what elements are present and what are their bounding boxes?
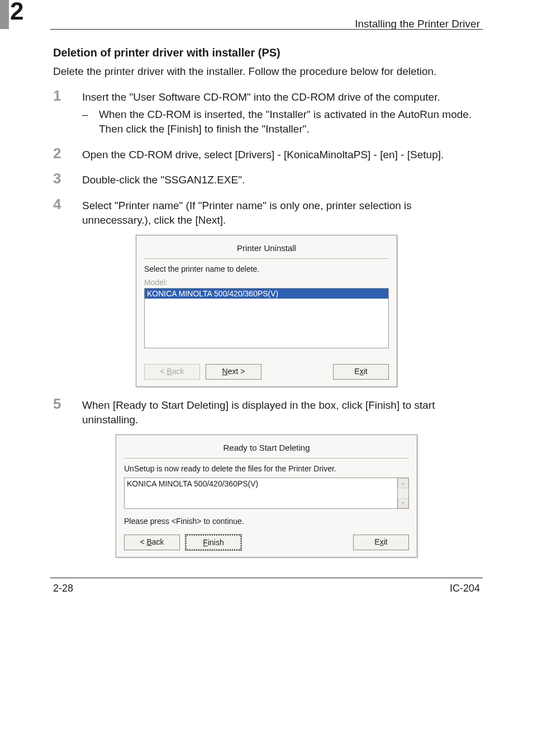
footer-divider [50,578,483,578]
exit-button[interactable]: Exit [333,364,389,380]
section-heading: Deletion of printer driver with installe… [53,46,480,59]
step-text: When [Ready to Start Deleting] is displa… [82,398,480,427]
continue-text: Please press <Finish> to continue. [124,517,409,526]
chapter-tab-bar [0,0,9,29]
dialog-title: Ready to Start Deleting [124,441,409,458]
ready-to-delete-dialog: Ready to Start Deleting UnSetup is now r… [116,434,417,557]
step-1-sub: – When the CD-ROM is inserted, the "Inst… [82,107,480,136]
model-list-item-selected[interactable]: KONICA MINOLTA 500/420/360PS(V) [145,289,388,299]
finish-button[interactable]: Finish [185,535,241,550]
substep-dash: – [82,107,90,136]
dialog-divider [124,458,409,459]
scrollbar[interactable]: ▴ ▾ [398,478,409,509]
step-text: Open the CD-ROM drive, select [Drivers] … [82,148,480,162]
step-text: Double-click the "SSGAN1Z.EXE". [82,173,480,187]
step-number: 2 [53,146,70,162]
step-text: Select "Printer name" (If "Printer name"… [82,199,480,227]
next-button[interactable]: Next > [206,364,261,380]
step-2: 2 Open the CD-ROM drive, select [Drivers… [53,148,480,162]
doc-id: IC-204 [450,583,480,594]
model-listbox[interactable]: KONICA MINOLTA 500/420/360PS(V) [144,288,389,348]
files-box-wrap: KONICA MINOLTA 500/420/360PS(V) ▴ ▾ [124,478,409,509]
step-number: 1 [53,88,70,136]
back-button: < Back [144,364,200,380]
step-number: 4 [53,197,70,227]
step-1: 1 Insert the "User Software CD-ROM" into… [53,90,480,136]
step-3: 3 Double-click the "SSGAN1Z.EXE". [53,173,480,187]
running-title: Installing the Printer Driver [355,18,480,30]
dialog-divider [144,258,389,259]
dialog-prompt: Select the printer name to delete. [144,264,389,273]
dialog-title: Printer Uninstall [144,241,389,258]
scroll-up-icon[interactable]: ▴ [398,478,408,488]
dialog-prompt: UnSetup is now ready to delete the files… [124,464,409,473]
page-number: 2-28 [53,583,73,594]
step-5: 5 When [Ready to Start Deleting] is disp… [53,398,480,427]
model-label: Model: [144,278,389,287]
step-text: Insert the "User Software CD-ROM" into t… [82,91,440,103]
step-number: 3 [53,171,70,187]
substep-text: When the CD-ROM is inserted, the "Instal… [99,107,480,136]
back-button[interactable]: < Back [124,535,180,550]
chapter-tab: 2 [0,0,27,29]
printer-uninstall-dialog: Printer Uninstall Select the printer nam… [136,235,397,387]
exit-button[interactable]: Exit [353,535,409,550]
files-box: KONICA MINOLTA 500/420/360PS(V) [124,478,398,509]
scroll-down-icon[interactable]: ▾ [398,498,408,508]
step-4: 4 Select "Printer name" (If "Printer nam… [53,199,480,227]
chapter-number: 2 [10,0,23,25]
step-number: 5 [53,396,70,427]
intro-paragraph: Delete the printer driver with the insta… [53,65,480,79]
